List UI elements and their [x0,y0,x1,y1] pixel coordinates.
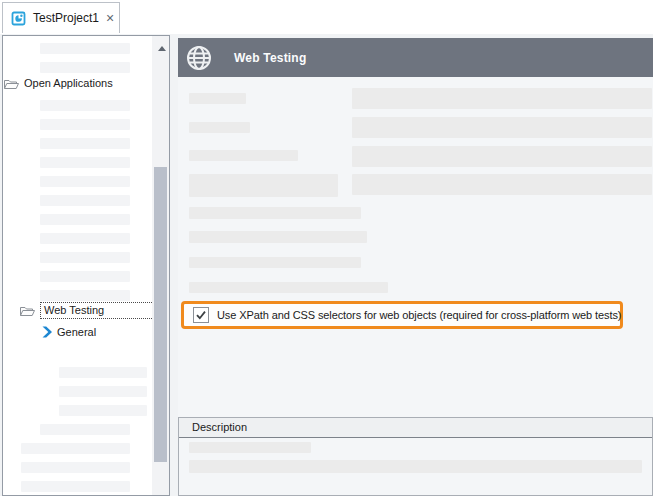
redacted-text-bar [40,119,130,130]
redacted-text-bar [189,150,298,161]
redacted-text-bar [59,405,147,416]
redacted-text-bar [352,146,652,167]
main-redacted-bars [178,38,653,417]
blue-arrow-icon [42,326,53,338]
project-icon [11,11,26,26]
redacted-text-bar [352,117,652,138]
open-folder-icon [3,77,20,90]
redacted-text-bar [352,88,652,109]
redacted-text-bar [59,386,147,397]
sidebar-scrollbar-thumb[interactable] [154,167,167,462]
redacted-text-bar [189,93,246,104]
tab-label: TestProject1 [33,11,99,25]
sidebar-redacted-bars [3,36,169,495]
redacted-text-bar [189,122,250,133]
settings-tree-sidebar: Open Applications Web Testing General [2,35,170,496]
redacted-text-bar [189,460,642,473]
xpath-css-option-label[interactable]: Use XPath and CSS selectors for web obje… [217,309,621,321]
app-window: TestProject1 × Open Applications [0,0,653,496]
scroll-up-arrow-icon[interactable] [158,46,166,51]
sidebar-item-general[interactable]: General [42,324,96,340]
tab-bar: TestProject1 × [0,0,653,34]
tab-testproject1[interactable]: TestProject1 × [2,2,120,33]
redacted-text-bar [40,43,130,54]
description-pane: Description [178,417,653,496]
redacted-text-bar [40,176,130,187]
redacted-text-bar [40,100,130,111]
redacted-text-bar [40,290,130,301]
redacted-text-bar [59,367,147,378]
redacted-text-bar [40,214,130,225]
xpath-css-option-highlight: Use XPath and CSS selectors for web obje… [181,301,623,329]
redacted-text-bar [189,257,361,268]
redacted-text-bar [40,195,130,206]
sidebar-item-label: Open Applications [24,77,113,89]
sidebar-item-label: General [57,326,96,338]
redacted-text-bar [189,282,388,293]
open-folder-icon [19,304,36,317]
redacted-text-bar [189,442,311,453]
redacted-text-bar [189,174,338,197]
redacted-text-bar [40,424,130,435]
sidebar-item-label-selected: Web Testing [40,302,154,319]
redacted-text-bar [40,252,130,263]
description-redacted-bars [179,438,652,496]
redacted-text-bar [40,157,130,168]
redacted-text-bar [40,138,130,149]
redacted-text-bar [189,207,361,219]
redacted-text-bar [21,443,130,454]
redacted-text-bar [40,233,130,244]
xpath-css-checkbox[interactable] [193,307,209,323]
redacted-text-bar [40,271,130,282]
description-pane-title: Description [179,418,652,438]
redacted-text-bar [40,62,130,73]
sidebar-item-web-testing[interactable]: Web Testing [19,301,154,319]
redacted-text-bar [21,462,130,473]
tab-close-icon[interactable]: × [106,11,114,25]
redacted-text-bar [189,231,367,243]
redacted-text-bar [352,174,652,195]
sidebar-item-open-applications[interactable]: Open Applications [3,75,113,91]
web-testing-settings-panel: Web Testing Use XPath and CSS selectors … [178,38,653,496]
redacted-text-bar [21,481,130,492]
